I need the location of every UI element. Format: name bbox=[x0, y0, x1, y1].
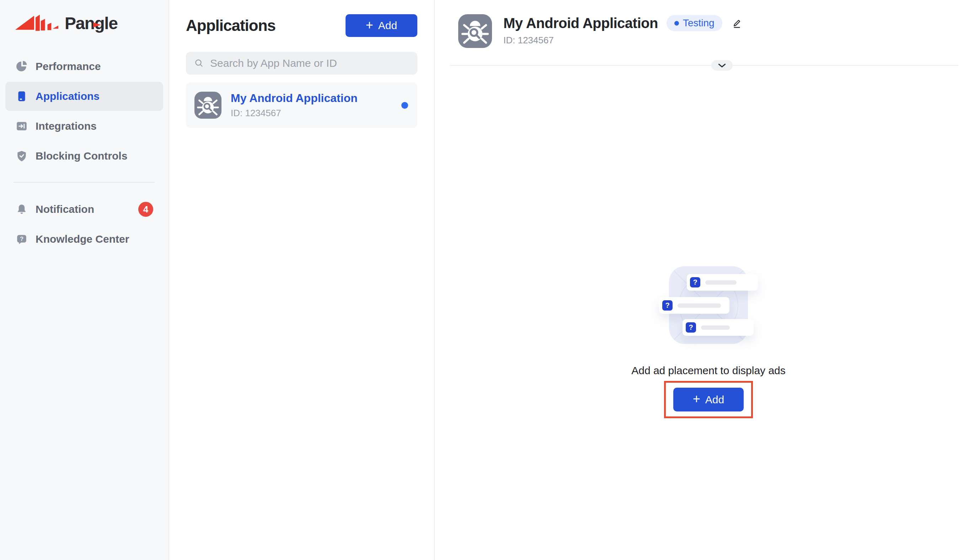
pangle-logo-icon bbox=[13, 15, 60, 32]
edit-app-button[interactable] bbox=[731, 17, 743, 29]
app-detail-id: ID: 1234567 bbox=[504, 35, 743, 46]
sidebar-item-notification[interactable]: Notification 4 bbox=[5, 195, 163, 224]
brand-name: Pangle bbox=[65, 14, 117, 33]
sidebar-item-knowledge-center[interactable]: ? Knowledge Center bbox=[5, 225, 163, 254]
app-id: ID: 1234567 bbox=[231, 108, 358, 119]
svg-text:?: ? bbox=[20, 236, 23, 242]
sidebar-nav: Performance Applications bbox=[0, 52, 168, 254]
highlight-box: + Add bbox=[664, 381, 753, 418]
applications-title: Applications bbox=[186, 17, 275, 35]
sidebar-item-label: Blocking Controls bbox=[35, 150, 127, 162]
notification-count-badge: 4 bbox=[138, 202, 153, 217]
sidebar-item-label: Performance bbox=[35, 60, 101, 72]
app-name: My Android Application bbox=[231, 92, 358, 105]
placeholder-card: ? bbox=[659, 297, 729, 314]
sidebar-item-label: Applications bbox=[35, 90, 100, 102]
add-placement-button[interactable]: + Add bbox=[673, 388, 744, 412]
app-search bbox=[186, 52, 417, 75]
question-icon: ? bbox=[686, 322, 696, 333]
placeholder-bar bbox=[705, 280, 737, 285]
plus-icon: + bbox=[366, 19, 373, 32]
applications-panel: Applications + Add My Andr bbox=[169, 0, 435, 560]
pangle-app: Pangle Performance bbox=[0, 0, 979, 560]
empty-illustration: ? ? ? bbox=[659, 266, 758, 344]
pie-chart-icon bbox=[16, 60, 28, 72]
sidebar-item-label: Notification bbox=[35, 203, 94, 215]
app-meta: My Android Application ID: 1234567 bbox=[231, 92, 358, 119]
chevron-down-icon bbox=[718, 63, 726, 68]
search-icon bbox=[193, 57, 205, 69]
placeholder-bar bbox=[677, 303, 721, 308]
applications-book-icon bbox=[16, 90, 28, 102]
empty-state-message: Add ad placement to display ads bbox=[631, 365, 786, 377]
help-bubble-icon: ? bbox=[16, 233, 28, 245]
collapse-header-button[interactable] bbox=[711, 60, 733, 71]
pencil-icon bbox=[731, 17, 743, 29]
placeholder-card: ? bbox=[687, 274, 758, 291]
empty-state: ? ? ? Add ad placement to display ads + … bbox=[458, 266, 959, 418]
debug-app-icon bbox=[458, 14, 492, 48]
add-application-button[interactable]: + Add bbox=[345, 14, 417, 37]
add-button-label: Add bbox=[705, 394, 724, 406]
app-detail-panel: My Android Application Testing ID: 12345… bbox=[435, 0, 979, 560]
sidebar-item-applications[interactable]: Applications bbox=[5, 82, 163, 111]
question-icon: ? bbox=[662, 300, 672, 310]
sidebar-item-label: Knowledge Center bbox=[35, 233, 129, 245]
sidebar-item-integrations[interactable]: Integrations bbox=[5, 112, 163, 141]
status-label: Testing bbox=[683, 17, 714, 29]
debug-app-icon bbox=[194, 92, 222, 119]
sidebar: Pangle Performance bbox=[0, 0, 169, 560]
app-detail-title: My Android Application bbox=[504, 15, 658, 31]
placeholder-bar bbox=[701, 325, 730, 330]
search-input[interactable] bbox=[186, 52, 417, 75]
selected-indicator-dot bbox=[401, 102, 408, 109]
header-divider bbox=[450, 65, 959, 66]
integration-import-icon bbox=[16, 120, 28, 132]
bell-icon bbox=[16, 203, 28, 215]
shield-check-icon bbox=[16, 150, 28, 162]
sidebar-divider bbox=[13, 182, 155, 183]
pangle-logo[interactable]: Pangle bbox=[0, 13, 168, 34]
plus-icon: + bbox=[693, 393, 700, 405]
applications-panel-header: Applications + Add bbox=[186, 14, 417, 37]
add-button-label: Add bbox=[378, 20, 397, 32]
status-dot-icon bbox=[674, 21, 679, 26]
question-icon: ? bbox=[690, 277, 700, 287]
placeholder-card: ? bbox=[682, 319, 754, 336]
app-list-item[interactable]: My Android Application ID: 1234567 bbox=[186, 82, 417, 128]
sidebar-item-label: Integrations bbox=[35, 120, 97, 132]
app-detail-header: My Android Application Testing ID: 12345… bbox=[458, 14, 959, 48]
sidebar-item-blocking-controls[interactable]: Blocking Controls bbox=[5, 142, 163, 170]
status-badge: Testing bbox=[667, 15, 722, 31]
sidebar-item-performance[interactable]: Performance bbox=[5, 52, 163, 81]
app-detail-meta: My Android Application Testing ID: 12345… bbox=[504, 14, 743, 46]
brand-wordmark: Pangle bbox=[65, 15, 117, 32]
